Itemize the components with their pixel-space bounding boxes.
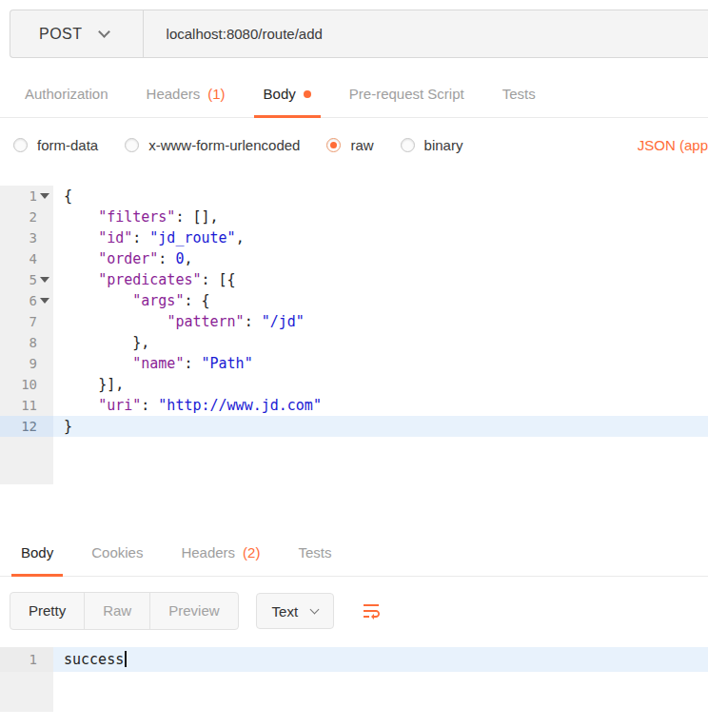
radio-label: binary bbox=[424, 137, 463, 153]
code-line[interactable]: 4 "order": 0, bbox=[0, 248, 708, 269]
request-url-bar: POST localhost:8080/route/add bbox=[10, 10, 708, 58]
radio-form-data[interactable]: form-data bbox=[13, 137, 98, 153]
radio-label: x-www-form-urlencoded bbox=[148, 137, 300, 153]
preview-button[interactable]: Preview bbox=[150, 593, 237, 629]
method-dropdown[interactable]: POST bbox=[10, 10, 144, 57]
response-tabs: Body Cookies Headers (2) Tests bbox=[0, 532, 708, 577]
tab-label: Tests bbox=[502, 86, 536, 102]
radio-raw[interactable]: raw bbox=[326, 137, 373, 153]
tab-cookies[interactable]: Cookies bbox=[72, 532, 162, 576]
radio-checked-icon bbox=[326, 138, 341, 152]
chevron-down-icon bbox=[310, 605, 320, 615]
fold-toggle-icon[interactable] bbox=[40, 277, 49, 283]
tab-label: Body bbox=[21, 544, 53, 561]
line-number: 6 bbox=[0, 290, 53, 311]
tab-label: Pre-request Script bbox=[349, 86, 464, 102]
tab-tests[interactable]: Tests bbox=[483, 73, 555, 117]
headers-count-badge: (1) bbox=[207, 86, 225, 102]
headers-count-badge: (2) bbox=[243, 544, 260, 561]
content-type-dropdown[interactable]: JSON (app bbox=[638, 137, 708, 153]
line-number: 10 bbox=[0, 374, 53, 395]
line-number: 2 bbox=[0, 207, 53, 227]
chevron-down-icon bbox=[98, 26, 110, 38]
code-line[interactable]: 6 "args": { bbox=[0, 290, 708, 311]
line-number: 3 bbox=[0, 227, 53, 248]
code-line[interactable]: 9 "name": "Path" bbox=[0, 353, 708, 374]
line-number: 7 bbox=[0, 311, 53, 332]
line-number: 8 bbox=[0, 332, 53, 353]
tab-pre-request-script[interactable]: Pre-request Script bbox=[330, 73, 483, 117]
fold-toggle-icon[interactable] bbox=[40, 193, 49, 199]
body-content-dot-icon bbox=[304, 90, 311, 98]
request-tabs: Authorization Headers (1) Body Pre-reque… bbox=[0, 73, 708, 118]
fold-toggle-icon[interactable] bbox=[40, 298, 49, 304]
code-line[interactable]: 3 "id": "jd_route", bbox=[0, 227, 708, 248]
method-label: POST bbox=[39, 26, 83, 43]
request-body-editor[interactable]: 1{2 "filters": [],3 "id": "jd_route",4 "… bbox=[0, 186, 708, 484]
tab-response-headers[interactable]: Headers (2) bbox=[162, 532, 279, 576]
tab-body[interactable]: Body bbox=[245, 73, 330, 117]
code-line[interactable]: 1success bbox=[0, 647, 708, 672]
raw-button[interactable]: Raw bbox=[85, 593, 150, 629]
tab-label: Headers bbox=[181, 544, 235, 561]
radio-label: raw bbox=[350, 137, 373, 153]
tab-label: Tests bbox=[298, 544, 331, 561]
code-line[interactable]: 2 "filters": [], bbox=[0, 207, 708, 227]
line-number: 1 bbox=[0, 186, 53, 207]
response-body-editor[interactable]: 1success bbox=[0, 647, 708, 712]
line-number: 1 bbox=[0, 647, 53, 672]
line-number: 5 bbox=[0, 269, 53, 290]
tab-response-body[interactable]: Body bbox=[2, 532, 72, 576]
url-input[interactable]: localhost:8080/route/add bbox=[144, 10, 708, 57]
code-line[interactable]: 8 }, bbox=[0, 332, 708, 353]
code-line[interactable]: 1{ bbox=[0, 186, 708, 207]
response-toolbar: Pretty Raw Preview Text bbox=[10, 592, 708, 630]
pretty-button[interactable]: Pretty bbox=[10, 593, 85, 629]
radio-x-www-form-urlencoded[interactable]: x-www-form-urlencoded bbox=[125, 137, 300, 153]
body-type-row: form-data x-www-form-urlencoded raw bina… bbox=[13, 137, 708, 153]
code-line[interactable]: 11 "uri": "http://www.jd.com" bbox=[0, 395, 708, 416]
radio-icon bbox=[401, 138, 415, 152]
code-line[interactable]: 7 "pattern": "/jd" bbox=[0, 311, 708, 332]
url-text: localhost:8080/route/add bbox=[167, 26, 323, 42]
radio-icon bbox=[13, 138, 28, 152]
tab-label: Cookies bbox=[91, 544, 143, 561]
tab-response-tests[interactable]: Tests bbox=[279, 532, 350, 576]
line-number: 11 bbox=[0, 395, 53, 416]
tab-label: Authorization bbox=[25, 86, 108, 102]
format-label: Text bbox=[272, 603, 299, 620]
wrap-text-icon bbox=[360, 600, 383, 622]
tab-label: Body bbox=[264, 86, 296, 102]
view-mode-group: Pretty Raw Preview bbox=[10, 592, 239, 630]
radio-icon bbox=[125, 138, 139, 152]
tab-label: Headers bbox=[147, 86, 201, 102]
line-number: 9 bbox=[0, 353, 53, 374]
radio-binary[interactable]: binary bbox=[401, 137, 463, 153]
line-number: 4 bbox=[0, 248, 53, 269]
code-line[interactable]: 10 }], bbox=[0, 374, 708, 395]
tab-headers[interactable]: Headers (1) bbox=[128, 73, 245, 117]
radio-label: form-data bbox=[37, 137, 98, 153]
tab-authorization[interactable]: Authorization bbox=[6, 73, 128, 117]
format-dropdown[interactable]: Text bbox=[256, 593, 335, 629]
text-cursor bbox=[125, 651, 127, 667]
code-line[interactable]: 5 "predicates": [{ bbox=[0, 269, 708, 290]
code-line[interactable]: 12} bbox=[0, 416, 708, 437]
line-number: 12 bbox=[0, 416, 53, 437]
wrap-text-button[interactable] bbox=[351, 592, 391, 630]
